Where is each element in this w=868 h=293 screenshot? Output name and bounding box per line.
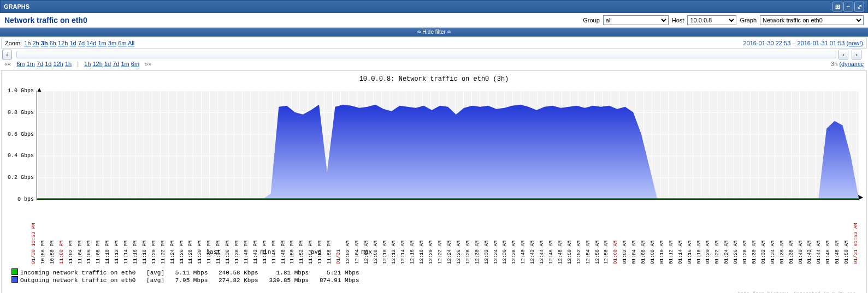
x-tick: 12:28 AM <box>465 241 471 264</box>
x-tick: 11:16 PM <box>133 241 138 264</box>
time-slider[interactable] <box>16 51 836 58</box>
x-tick: 11:30 PM <box>197 241 203 264</box>
x-tick: 01:12 AM <box>669 241 674 264</box>
x-tick: 12:06 AM <box>364 241 369 264</box>
graph-label: Graph <box>740 17 757 23</box>
nav-link-1h[interactable]: 1h <box>65 61 72 67</box>
x-tick: 01:48 AM <box>835 241 840 264</box>
nav-link-6m[interactable]: 6m <box>16 61 25 67</box>
x-tick: 12:26 AM <box>456 241 462 264</box>
x-tick: 11:10 PM <box>105 241 110 264</box>
zoom-link-6m[interactable]: 6m <box>118 40 126 46</box>
y-tick: 0.8 Gbps <box>5 109 34 115</box>
zoom-link-3m[interactable]: 3m <box>108 40 116 46</box>
x-tick: 11:22 PM <box>161 241 166 264</box>
x-tick: 01:30 AM <box>752 241 757 264</box>
plot-area: ▲ ▶ 0 bps0.2 Gbps0.4 Gbps0.6 Gbps0.8 Gbp… <box>37 91 859 200</box>
x-tick: 11:28 PM <box>188 241 193 264</box>
legend-text: Incoming network traffic on eth0 [avg] 5… <box>20 270 359 276</box>
outgoing-area <box>37 105 859 199</box>
y-tick: 1.0 Gbps <box>5 88 34 94</box>
x-tick: 11:50 PM <box>290 241 295 264</box>
x-tick: 01:00 AM <box>613 241 618 264</box>
zoom-link-14d[interactable]: 14d <box>86 40 96 46</box>
nav-mode-link[interactable]: (dynamic <box>839 61 864 67</box>
nav-link-1d[interactable]: 1d <box>104 61 111 67</box>
nav-link-7d[interactable]: 7d <box>113 61 119 67</box>
x-tick: 01:32 AM <box>761 241 766 264</box>
zoom-link-2h[interactable]: 2h <box>33 40 39 46</box>
x-tick: 12:30 AM <box>475 241 480 264</box>
nav-link-12h[interactable]: 12h <box>54 61 63 67</box>
x-tick: 01:36 AM <box>780 241 785 264</box>
nav-link-7d[interactable]: 7d <box>37 61 43 67</box>
nav-scale: 3h <box>831 61 837 67</box>
x-tick: 01:24 AM <box>724 241 729 264</box>
x-axis-labels: 01/30 10:53 PM10:56 PM10:58 PM11:00 PM11… <box>37 200 859 232</box>
x-tick: 11:06 PM <box>86 241 92 264</box>
x-tick: 11:00 PM <box>59 241 64 264</box>
nav-double-left: «« <box>4 61 11 67</box>
zoom-link-6h[interactable]: 6h <box>50 40 56 46</box>
hide-filter-bar[interactable]: ≏ Hide filter ≏ <box>0 28 868 37</box>
x-tick: 12:46 AM <box>548 241 554 264</box>
x-tick: 12:32 AM <box>484 241 489 264</box>
x-axis-arrow-icon: ▶ <box>858 194 863 200</box>
zoom-row: Zoom: 1h 2h 3h 6h 12h 1d 7d 14d 1m 3m 6m… <box>1 38 867 49</box>
x-tick: 01:06 AM <box>641 241 646 264</box>
nav-link-1m[interactable]: 1m <box>27 61 35 67</box>
zoom-links: 1h 2h 3h 6h 12h 1d 7d 14d 1m 3m 6m All <box>24 40 134 46</box>
x-tick: 12:24 AM <box>447 241 452 264</box>
x-tick: 01:44 AM <box>816 241 822 264</box>
graph-select[interactable]: Network traffic on eth0 <box>760 15 864 25</box>
slider-prev-button[interactable]: ‹ <box>839 50 848 59</box>
zoom-link-All[interactable]: All <box>128 40 134 46</box>
x-tick: 11:42 PM <box>253 241 258 264</box>
nav-link-12h[interactable]: 12h <box>92 61 102 67</box>
legend-row: Incoming network traffic on eth0 [avg] 5… <box>11 268 863 276</box>
nav-fwd-links: 1h 12h 1d 7d 1m 6m <box>84 61 139 67</box>
window-add-icon[interactable]: ⊞ <box>832 2 842 11</box>
window-fullscreen-icon[interactable]: ⤢ <box>854 2 864 11</box>
x-tick: 12:54 AM <box>586 241 591 264</box>
zoom-link-3h[interactable]: 3h <box>41 40 48 46</box>
x-tick: 12:40 AM <box>521 241 526 264</box>
host-select[interactable]: 10.0.0.8 <box>687 15 736 25</box>
zoom-link-7d[interactable]: 7d <box>78 40 85 46</box>
scroll-left-button[interactable]: ‹ <box>2 50 12 59</box>
zoom-link-12h[interactable]: 12h <box>58 40 68 46</box>
backforward-row: «« 6m 1m 7d 1d 12h 1h | 1h 12h 1d 7d 1m … <box>1 59 867 68</box>
x-tick: 12:08 AM <box>373 241 379 264</box>
legend-body: Incoming network traffic on eth0 [avg] 5… <box>11 268 863 284</box>
filters: Group all Host 10.0.0.8 Graph Network tr… <box>583 15 864 25</box>
x-tick: 12:02 AM <box>345 241 351 264</box>
nav-link-1m[interactable]: 1m <box>121 61 129 67</box>
x-tick: 12:16 AM <box>410 241 415 264</box>
chart-panel: 10.0.0.8: Network traffic on eth0 (3h) ▲… <box>1 70 867 293</box>
x-tick: 11:38 PM <box>234 241 240 264</box>
y-tick: 0.4 Gbps <box>5 153 34 159</box>
chart-svg <box>37 91 859 199</box>
x-tick: 01:38 AM <box>789 241 794 264</box>
now-link[interactable]: (now!) <box>846 40 863 46</box>
incoming-baseline <box>37 198 859 199</box>
scroll-row: ‹ ‹ › <box>1 50 867 59</box>
zoom-link-1d[interactable]: 1d <box>69 40 76 46</box>
legend-swatch-icon <box>11 268 18 275</box>
group-label: Group <box>583 17 600 23</box>
zoom-link-1h[interactable]: 1h <box>24 40 31 46</box>
zoom-link-1m[interactable]: 1m <box>98 40 107 46</box>
x-tick: 11:44 PM <box>262 241 268 264</box>
slider-next-button[interactable]: › <box>852 50 861 59</box>
nav-link-1d[interactable]: 1d <box>45 61 51 67</box>
nav-link-6m[interactable]: 6m <box>131 61 139 67</box>
window-title: GRAPHS <box>4 3 29 10</box>
window-minimize-icon[interactable]: − <box>843 2 853 11</box>
window-titlebar: GRAPHS ⊞ − ⤢ <box>0 0 868 13</box>
x-tick: 12:20 AM <box>428 241 434 264</box>
group-select[interactable]: all <box>603 15 669 25</box>
x-tick: 11:18 PM <box>142 241 147 264</box>
legend-swatch-icon <box>11 276 18 283</box>
nav-link-1h[interactable]: 1h <box>84 61 91 67</box>
x-tick: 12:50 AM <box>567 241 572 264</box>
